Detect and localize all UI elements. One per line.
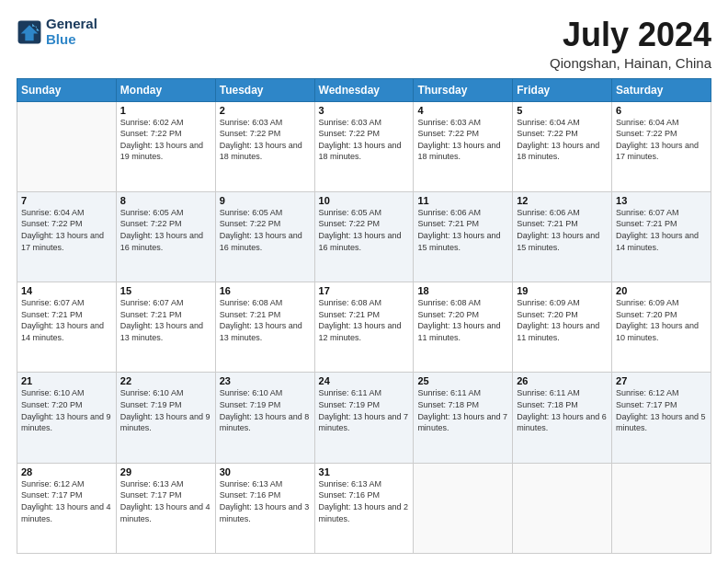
day-info: Sunrise: 6:04 AMSunset: 7:22 PMDaylight:… bbox=[616, 117, 707, 163]
logo-icon bbox=[17, 19, 42, 45]
day-number: 2 bbox=[220, 105, 311, 116]
day-number: 11 bbox=[417, 195, 508, 206]
calendar-day-cell: 1Sunrise: 6:02 AMSunset: 7:22 PMDaylight… bbox=[116, 101, 215, 191]
day-info: Sunrise: 6:13 AMSunset: 7:17 PMDaylight:… bbox=[120, 478, 211, 524]
calendar-day-cell: 7Sunrise: 6:04 AMSunset: 7:22 PMDaylight… bbox=[17, 191, 117, 282]
header-thursday: Thursday bbox=[414, 78, 513, 101]
calendar-day-cell: 24Sunrise: 6:11 AMSunset: 7:19 PMDayligh… bbox=[314, 373, 414, 463]
calendar-day-cell: 2Sunrise: 6:03 AMSunset: 7:22 PMDaylight… bbox=[215, 101, 314, 191]
calendar-day-cell: 3Sunrise: 6:03 AMSunset: 7:22 PMDaylight… bbox=[314, 101, 414, 191]
day-number: 18 bbox=[417, 285, 508, 296]
logo-text: General Blue bbox=[46, 17, 97, 47]
calendar-day-cell: 11Sunrise: 6:06 AMSunset: 7:21 PMDayligh… bbox=[414, 191, 513, 282]
day-number: 7 bbox=[21, 195, 112, 206]
calendar-day-cell: 20Sunrise: 6:09 AMSunset: 7:20 PMDayligh… bbox=[612, 282, 711, 373]
calendar-week-row: 1Sunrise: 6:02 AMSunset: 7:22 PMDaylight… bbox=[17, 101, 711, 191]
calendar-day-cell: 16Sunrise: 6:08 AMSunset: 7:21 PMDayligh… bbox=[215, 282, 314, 373]
calendar-day-cell: 22Sunrise: 6:10 AMSunset: 7:19 PMDayligh… bbox=[116, 373, 215, 463]
day-info: Sunrise: 6:07 AMSunset: 7:21 PMDaylight:… bbox=[21, 297, 112, 343]
day-number: 26 bbox=[517, 375, 608, 386]
calendar-day-cell bbox=[414, 463, 513, 553]
day-info: Sunrise: 6:11 AMSunset: 7:18 PMDaylight:… bbox=[417, 387, 508, 433]
main-title: July 2024 bbox=[550, 17, 711, 53]
day-number: 20 bbox=[616, 285, 707, 296]
day-number: 22 bbox=[120, 375, 211, 386]
calendar-day-cell: 9Sunrise: 6:05 AMSunset: 7:22 PMDaylight… bbox=[215, 191, 314, 282]
calendar-day-cell: 5Sunrise: 6:04 AMSunset: 7:22 PMDaylight… bbox=[513, 101, 612, 191]
day-info: Sunrise: 6:04 AMSunset: 7:22 PMDaylight:… bbox=[21, 207, 112, 253]
day-number: 3 bbox=[319, 105, 410, 116]
calendar-day-cell: 6Sunrise: 6:04 AMSunset: 7:22 PMDaylight… bbox=[612, 101, 711, 191]
day-number: 27 bbox=[616, 375, 707, 386]
day-info: Sunrise: 6:13 AMSunset: 7:16 PMDaylight:… bbox=[319, 478, 410, 524]
day-number: 13 bbox=[616, 195, 707, 206]
calendar-day-cell: 12Sunrise: 6:06 AMSunset: 7:21 PMDayligh… bbox=[513, 191, 612, 282]
day-number: 4 bbox=[417, 105, 508, 116]
day-info: Sunrise: 6:11 AMSunset: 7:19 PMDaylight:… bbox=[319, 387, 410, 433]
day-info: Sunrise: 6:05 AMSunset: 7:22 PMDaylight:… bbox=[319, 207, 410, 253]
title-block: July 2024 Qiongshan, Hainan, China bbox=[550, 17, 711, 71]
day-number: 14 bbox=[21, 285, 112, 296]
header-friday: Friday bbox=[513, 78, 612, 101]
logo: General Blue bbox=[17, 17, 97, 47]
day-number: 31 bbox=[319, 466, 410, 477]
day-number: 19 bbox=[517, 285, 608, 296]
day-info: Sunrise: 6:05 AMSunset: 7:22 PMDaylight:… bbox=[220, 207, 311, 253]
day-number: 23 bbox=[220, 375, 311, 386]
day-info: Sunrise: 6:13 AMSunset: 7:16 PMDaylight:… bbox=[220, 478, 311, 524]
day-info: Sunrise: 6:11 AMSunset: 7:18 PMDaylight:… bbox=[517, 387, 608, 433]
day-info: Sunrise: 6:06 AMSunset: 7:21 PMDaylight:… bbox=[417, 207, 508, 253]
calendar-day-cell: 27Sunrise: 6:12 AMSunset: 7:17 PMDayligh… bbox=[612, 373, 711, 463]
header-saturday: Saturday bbox=[612, 78, 711, 101]
calendar-day-cell: 25Sunrise: 6:11 AMSunset: 7:18 PMDayligh… bbox=[414, 373, 513, 463]
day-number: 1 bbox=[120, 105, 211, 116]
calendar-day-cell: 8Sunrise: 6:05 AMSunset: 7:22 PMDaylight… bbox=[116, 191, 215, 282]
day-info: Sunrise: 6:10 AMSunset: 7:19 PMDaylight:… bbox=[220, 387, 311, 433]
calendar-day-cell: 19Sunrise: 6:09 AMSunset: 7:20 PMDayligh… bbox=[513, 282, 612, 373]
day-number: 25 bbox=[417, 375, 508, 386]
calendar-day-cell: 4Sunrise: 6:03 AMSunset: 7:22 PMDaylight… bbox=[414, 101, 513, 191]
calendar-day-cell: 26Sunrise: 6:11 AMSunset: 7:18 PMDayligh… bbox=[513, 373, 612, 463]
day-number: 6 bbox=[616, 105, 707, 116]
calendar-header-row: Sunday Monday Tuesday Wednesday Thursday… bbox=[17, 78, 711, 101]
calendar-day-cell: 14Sunrise: 6:07 AMSunset: 7:21 PMDayligh… bbox=[17, 282, 117, 373]
day-info: Sunrise: 6:06 AMSunset: 7:21 PMDaylight:… bbox=[517, 207, 608, 253]
day-info: Sunrise: 6:08 AMSunset: 7:21 PMDaylight:… bbox=[220, 297, 311, 343]
day-number: 24 bbox=[319, 375, 410, 386]
day-number: 9 bbox=[220, 195, 311, 206]
sub-title: Qiongshan, Hainan, China bbox=[550, 55, 711, 71]
calendar-day-cell: 29Sunrise: 6:13 AMSunset: 7:17 PMDayligh… bbox=[116, 463, 215, 553]
day-info: Sunrise: 6:04 AMSunset: 7:22 PMDaylight:… bbox=[517, 117, 608, 163]
calendar-day-cell: 10Sunrise: 6:05 AMSunset: 7:22 PMDayligh… bbox=[314, 191, 414, 282]
page: General Blue July 2024 Qiongshan, Hainan… bbox=[0, 0, 728, 563]
calendar-week-row: 21Sunrise: 6:10 AMSunset: 7:20 PMDayligh… bbox=[17, 373, 711, 463]
day-info: Sunrise: 6:08 AMSunset: 7:21 PMDaylight:… bbox=[319, 297, 410, 343]
calendar-day-cell bbox=[513, 463, 612, 553]
day-number: 30 bbox=[220, 466, 311, 477]
day-info: Sunrise: 6:02 AMSunset: 7:22 PMDaylight:… bbox=[120, 117, 211, 163]
day-info: Sunrise: 6:10 AMSunset: 7:20 PMDaylight:… bbox=[21, 387, 112, 433]
day-info: Sunrise: 6:07 AMSunset: 7:21 PMDaylight:… bbox=[616, 207, 707, 253]
day-info: Sunrise: 6:05 AMSunset: 7:22 PMDaylight:… bbox=[120, 207, 211, 253]
calendar-week-row: 28Sunrise: 6:12 AMSunset: 7:17 PMDayligh… bbox=[17, 463, 711, 553]
day-info: Sunrise: 6:07 AMSunset: 7:21 PMDaylight:… bbox=[120, 297, 211, 343]
day-number: 12 bbox=[517, 195, 608, 206]
calendar-day-cell: 17Sunrise: 6:08 AMSunset: 7:21 PMDayligh… bbox=[314, 282, 414, 373]
day-number: 21 bbox=[21, 375, 112, 386]
day-info: Sunrise: 6:03 AMSunset: 7:22 PMDaylight:… bbox=[220, 117, 311, 163]
calendar-day-cell: 15Sunrise: 6:07 AMSunset: 7:21 PMDayligh… bbox=[116, 282, 215, 373]
calendar-day-cell bbox=[612, 463, 711, 553]
day-number: 16 bbox=[220, 285, 311, 296]
calendar-day-cell: 31Sunrise: 6:13 AMSunset: 7:16 PMDayligh… bbox=[314, 463, 414, 553]
day-info: Sunrise: 6:10 AMSunset: 7:19 PMDaylight:… bbox=[120, 387, 211, 433]
calendar-day-cell bbox=[17, 101, 117, 191]
header-wednesday: Wednesday bbox=[314, 78, 414, 101]
day-info: Sunrise: 6:09 AMSunset: 7:20 PMDaylight:… bbox=[517, 297, 608, 343]
calendar-week-row: 14Sunrise: 6:07 AMSunset: 7:21 PMDayligh… bbox=[17, 282, 711, 373]
calendar-day-cell: 28Sunrise: 6:12 AMSunset: 7:17 PMDayligh… bbox=[17, 463, 117, 553]
calendar-week-row: 7Sunrise: 6:04 AMSunset: 7:22 PMDaylight… bbox=[17, 191, 711, 282]
header-sunday: Sunday bbox=[17, 78, 117, 101]
day-info: Sunrise: 6:12 AMSunset: 7:17 PMDaylight:… bbox=[21, 478, 112, 524]
day-info: Sunrise: 6:08 AMSunset: 7:20 PMDaylight:… bbox=[417, 297, 508, 343]
header-tuesday: Tuesday bbox=[215, 78, 314, 101]
